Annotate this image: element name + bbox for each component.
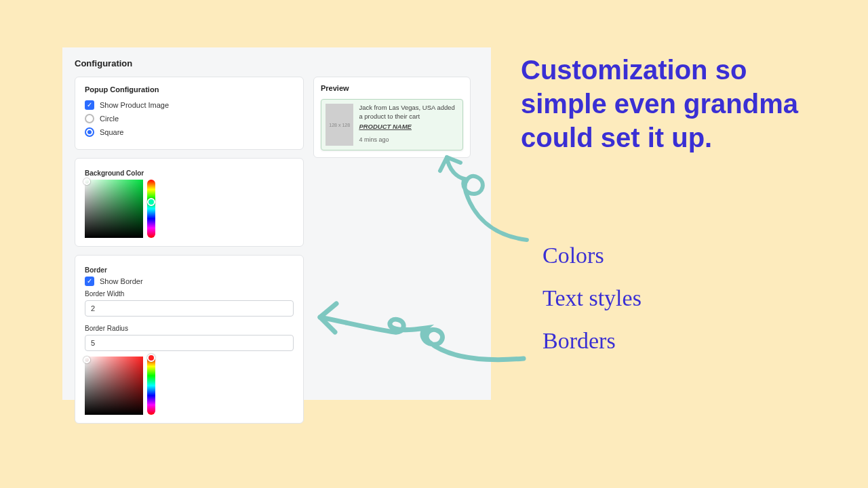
show-border-label: Show Border bbox=[100, 277, 143, 285]
configuration-panel: Configuration Popup Configuration ✓ Show… bbox=[62, 47, 491, 400]
marketing-bullets: Colors Text styles Borders bbox=[542, 235, 642, 363]
preview-thumbnail: 128 x 128 bbox=[326, 104, 353, 146]
background-color-label: Background Color bbox=[85, 169, 294, 177]
shape-circle-label: Circle bbox=[100, 115, 119, 123]
preview-product-name: PRODUCT NAME bbox=[359, 123, 458, 131]
shape-square-radio[interactable] bbox=[85, 127, 94, 137]
preview-thumbnail-placeholder: 128 x 128 bbox=[329, 123, 350, 127]
preview-column: Preview 128 x 128 Jack from Las Vegas, U… bbox=[313, 77, 471, 432]
popup-config-card: Popup Configuration ✓ Show Product Image… bbox=[75, 77, 304, 150]
border-card: Border ✓ Show Border Border Width Border… bbox=[75, 255, 304, 424]
shape-square-label: Square bbox=[100, 128, 123, 136]
border-radius-label: Border Radius bbox=[85, 325, 294, 332]
bullet-text-styles: Text styles bbox=[542, 277, 642, 320]
page-title: Configuration bbox=[75, 58, 479, 68]
border-color-saturation-picker[interactable] bbox=[85, 357, 143, 415]
bg-color-saturation-picker[interactable] bbox=[85, 180, 143, 238]
preview-popup: 128 x 128 Jack from Las Vegas, USA added… bbox=[321, 99, 463, 150]
bullet-borders: Borders bbox=[542, 320, 642, 363]
border-title: Border bbox=[85, 266, 294, 274]
show-product-image-checkbox[interactable]: ✓ bbox=[85, 100, 94, 110]
preview-card: Preview 128 x 128 Jack from Las Vegas, U… bbox=[313, 77, 471, 158]
border-width-label: Border Width bbox=[85, 290, 294, 298]
bg-color-hue-slider[interactable] bbox=[147, 180, 155, 238]
preview-title: Preview bbox=[321, 84, 463, 92]
preview-message: Jack from Las Vegas, USA added a product… bbox=[359, 104, 458, 121]
bullet-colors: Colors bbox=[542, 235, 642, 277]
border-color-hue-slider[interactable] bbox=[147, 357, 155, 415]
popup-config-title: Popup Configuration bbox=[85, 85, 294, 94]
show-border-checkbox[interactable]: ✓ bbox=[85, 277, 94, 286]
preview-timestamp: 4 mins ago bbox=[359, 136, 458, 143]
marketing-headline: Customization so simple even grandma cou… bbox=[521, 53, 840, 155]
background-color-card: Background Color bbox=[75, 158, 304, 247]
show-product-image-label: Show Product Image bbox=[100, 101, 169, 109]
settings-column: Popup Configuration ✓ Show Product Image… bbox=[75, 77, 304, 432]
shape-circle-radio[interactable] bbox=[85, 114, 94, 123]
border-radius-input[interactable] bbox=[85, 335, 294, 351]
border-width-input[interactable] bbox=[85, 300, 294, 317]
